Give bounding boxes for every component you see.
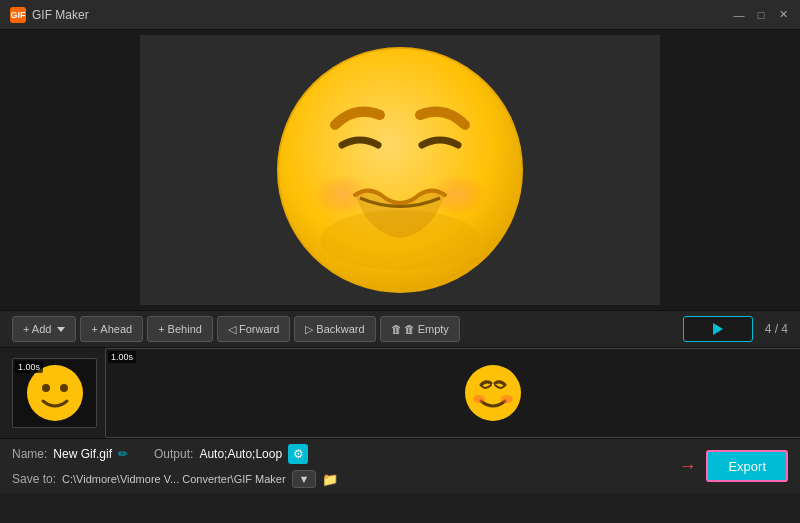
frame-counter: 4 / 4 xyxy=(765,322,788,336)
forward-button[interactable]: ◁ Forward xyxy=(217,316,290,342)
frame-duration: 1.00s xyxy=(15,361,43,373)
maximize-button[interactable]: □ xyxy=(754,8,768,22)
svg-point-5 xyxy=(42,384,50,392)
svg-point-6 xyxy=(60,384,68,392)
bottom-bar: Name: New Gif.gif ✏ Output: Auto;Auto;Lo… xyxy=(0,438,800,493)
preview-area xyxy=(0,30,800,310)
play-button[interactable] xyxy=(683,316,753,342)
timeline: 1.00s 1.00s 1.00s xyxy=(0,348,800,438)
save-dropdown[interactable]: ▼ xyxy=(292,470,317,488)
frame-item[interactable]: 1.00s xyxy=(105,348,800,438)
folder-icon[interactable]: 📁 xyxy=(322,472,338,487)
svg-point-7 xyxy=(465,365,521,421)
svg-point-9 xyxy=(501,395,513,403)
window-controls: — □ ✕ xyxy=(732,8,790,22)
edit-icon[interactable]: ✏ xyxy=(118,447,128,461)
frame-duration: 1.00s xyxy=(108,351,136,363)
arrow-right-icon: → xyxy=(678,456,696,477)
output-section: Output: Auto;Auto;Loop ⚙ xyxy=(154,444,308,464)
frame-item[interactable]: 1.00s xyxy=(12,358,97,428)
title-bar-left: GIF GIF Maker xyxy=(10,7,89,23)
empty-button[interactable]: 🗑 🗑 Empty xyxy=(380,316,460,342)
save-to-label: Save to: xyxy=(12,472,56,486)
app-icon: GIF xyxy=(10,7,26,23)
emoji-preview-container xyxy=(140,35,660,305)
add-caret-icon xyxy=(57,327,65,332)
toolbar: + Add + Ahead + Behind ◁ Forward ▷ Backw… xyxy=(0,310,800,348)
ahead-button[interactable]: + Ahead xyxy=(80,316,143,342)
behind-button[interactable]: + Behind xyxy=(147,316,213,342)
add-button[interactable]: + Add xyxy=(12,316,76,342)
title-bar: GIF GIF Maker — □ ✕ xyxy=(0,0,800,30)
frame-emoji xyxy=(106,349,800,437)
main-emoji-svg xyxy=(270,40,530,300)
name-value: New Gif.gif xyxy=(53,447,112,461)
settings-icon[interactable]: ⚙ xyxy=(288,444,308,464)
export-section: → Export xyxy=(678,450,788,482)
trash-icon: 🗑 xyxy=(391,323,402,335)
output-label: Output: xyxy=(154,447,193,461)
svg-point-4 xyxy=(27,365,83,421)
name-section: Name: New Gif.gif ✏ xyxy=(12,447,128,461)
name-label: Name: xyxy=(12,447,47,461)
play-icon xyxy=(713,323,723,335)
svg-point-8 xyxy=(473,395,485,403)
backward-button[interactable]: ▷ Backward xyxy=(294,316,375,342)
export-button[interactable]: Export xyxy=(706,450,788,482)
app-title: GIF Maker xyxy=(32,8,89,22)
output-value: Auto;Auto;Loop xyxy=(199,447,282,461)
save-path-value: C:\Vidmore\Vidmore V... Converter\GIF Ma… xyxy=(62,473,286,485)
minimize-button[interactable]: — xyxy=(732,8,746,22)
close-button[interactable]: ✕ xyxy=(776,8,790,22)
